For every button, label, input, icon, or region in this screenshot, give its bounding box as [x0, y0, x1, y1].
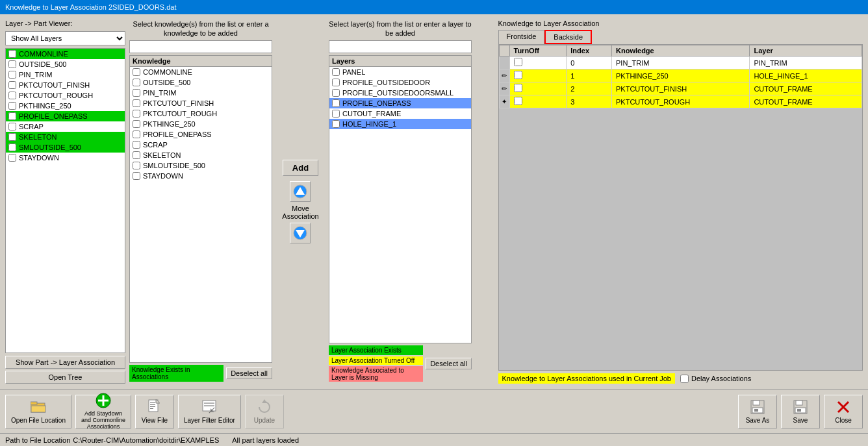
- layers-list-item[interactable]: PROFILE_OUTSIDEDOOR: [329, 77, 471, 88]
- col-icon-header: [499, 45, 509, 56]
- save-as-icon: [750, 399, 765, 415]
- row-icon: ✏: [499, 82, 509, 95]
- save-button[interactable]: Save: [781, 395, 820, 428]
- left-list-item[interactable]: PIN_TRIM: [6, 69, 125, 80]
- svg-rect-29: [797, 409, 801, 412]
- layers-list[interactable]: Layers PANELPROFILE_OUTSIDEDOORPROFILE_O…: [329, 55, 472, 343]
- layers-item-label: PANEL: [342, 68, 365, 76]
- col-turnoff-header: TurnOff: [509, 45, 567, 56]
- move-association-label: MoveAssociation: [282, 204, 318, 220]
- row-index: 0: [567, 56, 612, 69]
- open-file-location-button[interactable]: Open File Location: [5, 395, 71, 428]
- layers-item-label: PROFILE_OUTSIDEDOORSMALL: [342, 89, 453, 97]
- svg-marker-21: [262, 399, 267, 403]
- layers-deselect-button[interactable]: Deselect all: [426, 358, 472, 369]
- knowledge-list-item[interactable]: SKELETON: [130, 150, 272, 160]
- row-index: 2: [567, 82, 612, 95]
- folder-icon: [31, 399, 46, 415]
- knowledge-list[interactable]: Knowledge COMMONLINEOUTSIDE_500PIN_TRIMP…: [129, 55, 272, 363]
- row-knowledge: PIN_TRIM: [612, 56, 750, 69]
- layers-item-label: CUTOUT_FRAME: [342, 110, 401, 118]
- knowledge-panel-header: Select knowledge(s) from the list or ent…: [129, 19, 272, 38]
- knowledge-list-item[interactable]: PKTHINGE_250: [130, 119, 272, 129]
- layers-panel-header: Select layer(s) from the list or enter a…: [329, 19, 472, 38]
- row-turnoff[interactable]: [509, 82, 567, 95]
- svg-rect-27: [796, 401, 802, 405]
- path-label: Path to File Location: [5, 436, 70, 444]
- close-icon: [836, 399, 851, 415]
- view-file-label: View File: [142, 417, 168, 424]
- table-row[interactable]: 0PIN_TRIMPIN_TRIM: [499, 56, 862, 69]
- knowledge-list-item[interactable]: PROFILE_ONEPASS: [130, 129, 272, 140]
- left-list-item[interactable]: PKTHINGE_250: [6, 101, 125, 111]
- row-icon: ✏: [499, 69, 509, 82]
- layers-list-item[interactable]: PROFILE_ONEPASS: [329, 98, 471, 108]
- svg-rect-5: [31, 402, 37, 404]
- close-button[interactable]: Close: [824, 395, 863, 428]
- col-index-header: Index: [567, 45, 612, 56]
- left-list-item[interactable]: OUTSIDE_500: [6, 59, 125, 69]
- path-value: C:\Router-CIM\Automation\doitdir\EXAMPLE…: [73, 436, 219, 444]
- left-list-item-label: PKTCUTOUT_FINISH: [19, 81, 90, 89]
- tab-frontside[interactable]: Frontside: [498, 30, 545, 44]
- left-knowledge-list[interactable]: COMMONLINEOUTSIDE_500PIN_TRIMPKTCUTOUT_F…: [5, 48, 125, 353]
- knowledge-list-item[interactable]: SMLOUTSIDE_500: [130, 160, 272, 171]
- left-list-item[interactable]: SCRAP: [6, 121, 125, 132]
- layer-exists-legend: Layer Association Exists: [329, 345, 423, 355]
- left-list-item[interactable]: COMMONLINE: [6, 49, 125, 59]
- left-list-item[interactable]: SKELETON: [6, 132, 125, 142]
- layers-list-item[interactable]: PROFILE_OUTSIDEDOORSMALL: [329, 88, 471, 98]
- layers-list-item[interactable]: PANEL: [329, 67, 471, 77]
- add-staydown-button[interactable]: Add Staydown and Commonline Associations: [75, 395, 131, 428]
- layers-column-header: Layers: [329, 56, 471, 67]
- table-row[interactable]: ✦3PKTCUTOUT_ROUGHCUTOUT_FRAME: [499, 95, 862, 108]
- row-turnoff[interactable]: [509, 69, 567, 82]
- left-list-item[interactable]: SMLOUTSIDE_500: [6, 142, 125, 153]
- layers-item-label: PROFILE_OUTSIDEDOOR: [342, 79, 430, 86]
- layers-input[interactable]: [329, 40, 472, 53]
- row-turnoff[interactable]: [509, 56, 567, 69]
- knowledge-list-item[interactable]: PIN_TRIM: [130, 88, 272, 98]
- open-tree-button[interactable]: Open Tree: [5, 371, 125, 384]
- knowledge-input[interactable]: [129, 40, 272, 53]
- add-button[interactable]: Add: [283, 160, 318, 176]
- left-list-item[interactable]: PKTCUTOUT_ROUGH: [6, 90, 125, 101]
- knowledge-deselect-button[interactable]: Deselect all: [226, 367, 272, 379]
- layers-list-item[interactable]: CUTOUT_FRAME: [329, 108, 471, 119]
- knowledge-list-item[interactable]: COMMONLINE: [130, 67, 272, 77]
- row-turnoff[interactable]: [509, 95, 567, 108]
- svg-rect-11: [150, 403, 155, 403]
- layers-item-label: PROFILE_ONEPASS: [342, 99, 411, 107]
- delay-associations-checkbox[interactable]: [680, 375, 689, 383]
- move-down-button[interactable]: [290, 223, 311, 243]
- table-row[interactable]: ✏2PKTCUTOUT_FINISHCUTOUT_FRAME: [499, 82, 862, 95]
- move-up-button[interactable]: [290, 181, 311, 202]
- delay-associations-label: Delay Associations: [691, 375, 751, 382]
- knowledge-list-item[interactable]: PKTCUTOUT_ROUGH: [130, 108, 272, 119]
- save-as-button[interactable]: Save As: [738, 395, 777, 428]
- layers-list-item[interactable]: HOLE_HINGE_1: [329, 119, 471, 129]
- left-list-item[interactable]: STAYDOWN: [6, 153, 125, 163]
- show-layer-association-button[interactable]: Show Part -> Layer Association: [5, 356, 125, 369]
- svg-rect-12: [150, 404, 155, 405]
- show-all-layers-dropdown[interactable]: Show All Layers: [5, 31, 125, 45]
- knowledge-list-item[interactable]: PKTCUTOUT_FINISH: [130, 98, 272, 108]
- knowledge-item-label: OUTSIDE_500: [143, 79, 190, 86]
- tab-backside[interactable]: Backside: [544, 30, 592, 44]
- save-icon: [793, 399, 808, 415]
- layer-filter-editor-button[interactable]: Layer Filter Editor: [178, 395, 241, 428]
- update-button[interactable]: Update: [245, 395, 284, 428]
- knowledge-list-item[interactable]: STAYDOWN: [130, 171, 272, 181]
- view-file-button[interactable]: View File: [135, 395, 174, 428]
- layer-viewer-label: Layer -> Part Viewer:: [5, 19, 125, 27]
- table-row[interactable]: ✏1PKTHINGE_250HOLE_HINGE_1: [499, 69, 862, 82]
- layer-filter-icon: [201, 399, 217, 415]
- left-list-item[interactable]: PROFILE_ONEPASS: [6, 111, 125, 121]
- status-bar: Path to File Location C:\Router-CIM\Auto…: [0, 433, 868, 446]
- add-staydown-label: Add Staydown and Commonline Associations: [81, 410, 125, 430]
- knowledge-list-item[interactable]: OUTSIDE_500: [130, 77, 272, 88]
- knowledge-list-item[interactable]: SCRAP: [130, 140, 272, 150]
- row-layer: CUTOUT_FRAME: [750, 95, 862, 108]
- left-list-item[interactable]: PKTCUTOUT_FINISH: [6, 80, 125, 90]
- view-file-icon: [147, 399, 162, 415]
